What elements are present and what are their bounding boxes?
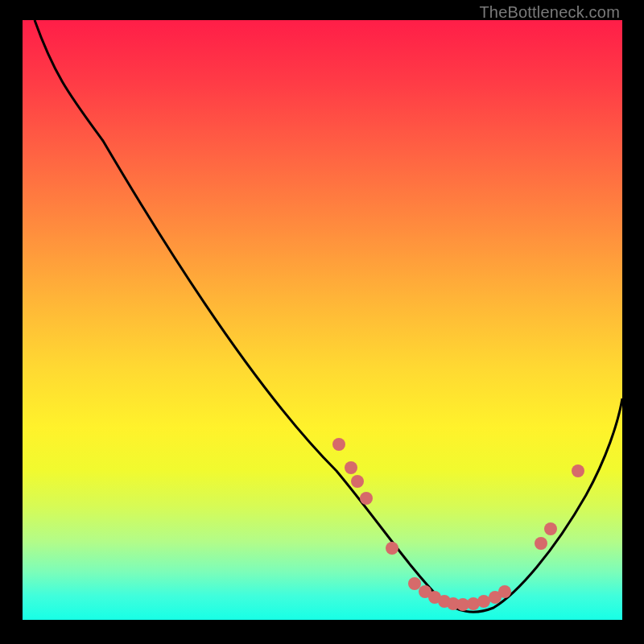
data-point [408, 577, 421, 590]
data-point [498, 585, 511, 598]
data-point [332, 438, 345, 451]
data-point [477, 595, 490, 608]
data-point [345, 461, 357, 474]
bottleneck-curve-path [35, 20, 622, 612]
data-point [544, 522, 557, 535]
data-point [360, 492, 373, 505]
data-point [535, 537, 547, 550]
data-points-group [332, 438, 584, 611]
data-point [386, 542, 398, 555]
watermark-text: TheBottleneck.com [479, 3, 620, 22]
data-point [572, 464, 584, 477]
data-point [351, 475, 364, 488]
chart-svg [23, 20, 622, 620]
chart-frame [23, 20, 622, 620]
